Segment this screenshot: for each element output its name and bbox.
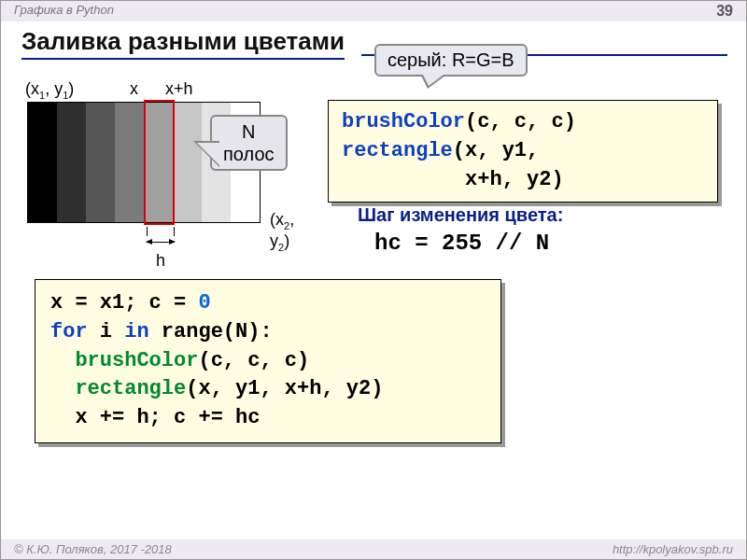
- callout-gray-text: серый: R=G=B: [388, 49, 514, 70]
- callout-n-line2: полос: [223, 144, 275, 164]
- code-snippet-draw: brushColor(c, c, c) rectangle(x, y1, x+h…: [328, 100, 718, 203]
- header-bar: Графика в Python 39: [1, 1, 746, 21]
- step-label: Шаг изменения цвета:: [358, 204, 563, 226]
- label-h: h: [156, 251, 165, 271]
- footer-url: http://kpolyakov.spb.ru: [613, 542, 733, 556]
- label-x: x: [130, 79, 138, 99]
- footer-copyright: © К.Ю. Поляков, 2017 -2018: [14, 542, 172, 556]
- footer-bar: © К.Ю. Поляков, 2017 -2018 http://kpolya…: [1, 539, 746, 559]
- label-x2y2: (x2, y2): [270, 210, 294, 252]
- callout-n-line1: N: [242, 121, 255, 142]
- label-x1y1: (x1, y1): [25, 79, 74, 101]
- header-left: Графика в Python: [14, 3, 114, 20]
- hc-formula: hc = 255 // N: [374, 231, 549, 256]
- callout-n-strips: N полос: [210, 115, 288, 171]
- page-number: 39: [716, 3, 733, 20]
- code-snippet-loop: x = x1; c = 0 for i in range(N): brushCo…: [35, 279, 501, 443]
- slide-title: Заливка разными цветами: [21, 27, 345, 60]
- label-xh: x+h: [165, 79, 193, 99]
- callout-gray-rgb: серый: R=G=B: [374, 44, 528, 77]
